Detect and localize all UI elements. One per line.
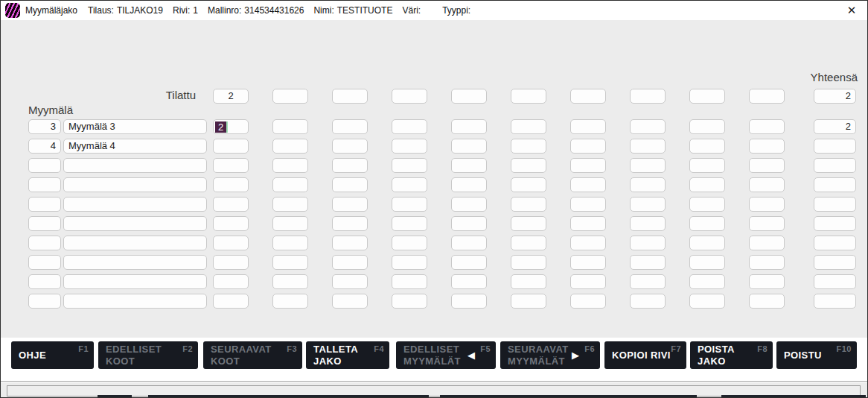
size-qty-cell[interactable] xyxy=(749,119,785,134)
size-qty-cell[interactable] xyxy=(630,177,666,192)
fkey-button-f5[interactable]: EDELLISET MYYMÄLÄTF5◀ xyxy=(396,341,496,369)
size-qty-cell[interactable] xyxy=(630,274,666,289)
store-number-cell[interactable]: 4 xyxy=(28,139,61,154)
size-qty-cell[interactable] xyxy=(392,274,427,289)
store-name-cell[interactable] xyxy=(63,294,207,309)
size-qty-cell[interactable] xyxy=(213,139,249,154)
size-qty-cell[interactable] xyxy=(689,119,725,134)
fkey-button-f6[interactable]: SEURAAVAT MYYMÄLÄTF6▶ xyxy=(500,341,600,369)
size-qty-cell[interactable] xyxy=(570,139,606,154)
size-qty-cell[interactable] xyxy=(689,255,725,270)
size-qty-cell[interactable] xyxy=(689,197,725,212)
size-qty-cell[interactable] xyxy=(511,294,546,309)
store-number-cell[interactable] xyxy=(28,274,61,289)
size-qty-cell[interactable] xyxy=(332,197,368,212)
size-qty-cell[interactable] xyxy=(392,216,427,231)
store-number-cell[interactable] xyxy=(28,255,61,270)
size-qty-cell[interactable] xyxy=(451,274,487,289)
size-qty-cell[interactable] xyxy=(272,236,308,250)
size-qty-cell[interactable] xyxy=(332,139,368,154)
size-qty-cell[interactable] xyxy=(451,197,487,212)
size-qty-cell[interactable] xyxy=(511,236,546,250)
size-qty-cell[interactable] xyxy=(630,119,666,134)
size-qty-cell[interactable] xyxy=(451,255,487,270)
size-qty-cell-selected[interactable]: 2 xyxy=(213,119,249,134)
size-qty-cell[interactable] xyxy=(213,216,249,231)
ordered-size-cell[interactable] xyxy=(689,89,725,104)
size-qty-cell[interactable] xyxy=(451,216,487,231)
store-name-cell[interactable] xyxy=(63,158,207,173)
size-qty-cell[interactable] xyxy=(511,197,546,212)
size-qty-cell[interactable] xyxy=(511,119,546,134)
fkey-button-f3[interactable]: SEURAAVAT KOOTF3 xyxy=(203,341,302,369)
store-number-cell[interactable] xyxy=(28,177,61,192)
size-qty-cell[interactable] xyxy=(630,139,666,154)
size-qty-cell[interactable] xyxy=(272,274,308,289)
size-qty-cell[interactable] xyxy=(213,158,249,173)
size-qty-cell[interactable] xyxy=(689,216,725,231)
size-qty-cell[interactable] xyxy=(511,274,546,289)
size-qty-cell[interactable] xyxy=(689,139,725,154)
size-qty-cell[interactable] xyxy=(570,158,606,173)
ordered-size-cell[interactable] xyxy=(451,89,487,104)
size-qty-cell[interactable] xyxy=(272,177,308,192)
store-number-cell[interactable] xyxy=(28,236,61,250)
size-qty-cell[interactable] xyxy=(511,216,546,231)
fkey-button-f4[interactable]: TALLETA JAKOF4 xyxy=(306,341,389,369)
size-qty-cell[interactable] xyxy=(392,177,427,192)
size-qty-cell[interactable] xyxy=(630,158,666,173)
size-qty-cell[interactable] xyxy=(689,158,725,173)
store-name-cell[interactable] xyxy=(63,236,207,250)
size-qty-cell[interactable] xyxy=(689,294,725,309)
store-number-cell[interactable] xyxy=(28,294,61,309)
fkey-button-f10[interactable]: POISTUF10 xyxy=(776,341,857,369)
size-qty-cell[interactable] xyxy=(392,197,427,212)
size-qty-cell[interactable] xyxy=(272,139,308,154)
size-qty-cell[interactable] xyxy=(272,158,308,173)
store-number-cell[interactable]: 3 xyxy=(28,119,61,134)
size-qty-cell[interactable] xyxy=(392,236,427,250)
size-qty-cell[interactable] xyxy=(749,255,785,270)
size-qty-cell[interactable] xyxy=(630,255,666,270)
size-qty-cell[interactable] xyxy=(213,274,249,289)
size-qty-cell[interactable] xyxy=(749,216,785,231)
size-qty-cell[interactable] xyxy=(332,177,368,192)
size-qty-cell[interactable] xyxy=(689,177,725,192)
size-qty-cell[interactable] xyxy=(332,216,368,231)
size-qty-cell[interactable] xyxy=(451,119,487,134)
size-qty-cell[interactable] xyxy=(332,294,368,309)
size-qty-cell[interactable] xyxy=(272,216,308,231)
ordered-size-cell[interactable] xyxy=(511,89,546,104)
ordered-size-cell[interactable] xyxy=(272,89,308,104)
size-qty-cell[interactable] xyxy=(630,294,666,309)
store-number-cell[interactable] xyxy=(28,216,61,231)
size-qty-cell[interactable] xyxy=(511,177,546,192)
size-qty-cell[interactable] xyxy=(213,236,249,250)
size-qty-cell[interactable] xyxy=(392,255,427,270)
size-qty-cell[interactable] xyxy=(630,236,666,250)
size-qty-cell[interactable] xyxy=(392,294,427,309)
size-qty-cell[interactable] xyxy=(511,158,546,173)
size-qty-cell[interactable] xyxy=(451,139,487,154)
store-name-cell[interactable] xyxy=(63,255,207,270)
size-qty-cell[interactable] xyxy=(570,197,606,212)
size-qty-cell[interactable] xyxy=(511,139,546,154)
store-name-cell[interactable] xyxy=(63,197,207,212)
size-qty-cell[interactable] xyxy=(570,177,606,192)
size-qty-cell[interactable] xyxy=(570,255,606,270)
ordered-size-cell[interactable] xyxy=(630,89,666,104)
store-name-cell[interactable]: Myymälä 3 xyxy=(63,119,207,134)
size-qty-cell[interactable] xyxy=(749,294,785,309)
size-qty-cell[interactable] xyxy=(451,236,487,250)
size-qty-cell[interactable] xyxy=(213,197,249,212)
size-qty-cell[interactable] xyxy=(332,158,368,173)
store-name-cell[interactable]: Myymälä 4 xyxy=(63,139,207,154)
size-qty-cell[interactable] xyxy=(570,119,606,134)
size-qty-cell[interactable] xyxy=(570,294,606,309)
store-number-cell[interactable] xyxy=(28,197,61,212)
size-qty-cell[interactable] xyxy=(213,177,249,192)
size-qty-cell[interactable] xyxy=(570,216,606,231)
size-qty-cell[interactable] xyxy=(630,216,666,231)
store-number-cell[interactable] xyxy=(28,158,61,173)
size-qty-cell[interactable] xyxy=(630,197,666,212)
